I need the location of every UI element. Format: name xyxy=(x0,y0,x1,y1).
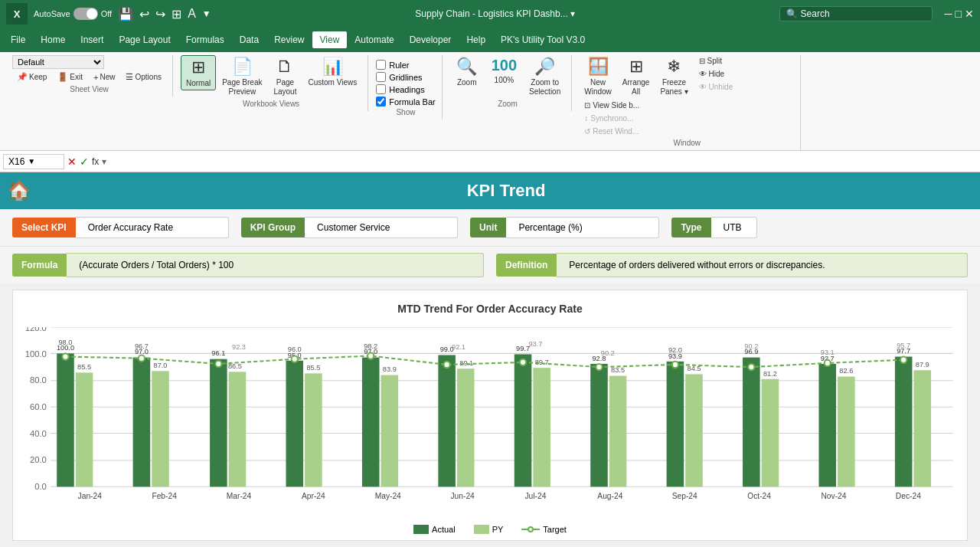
menu-view[interactable]: View xyxy=(312,31,348,48)
type-value[interactable]: UTB xyxy=(711,217,757,238)
options-icon: ☰ xyxy=(126,72,133,82)
formula-box: Formula (Accurate Orders / Total Orders)… xyxy=(12,253,484,277)
grid-icon[interactable]: ⊞ xyxy=(172,7,181,21)
select-kpi-value[interactable]: Order Accuracy Rate xyxy=(76,217,229,238)
ribbon-page-layout-btn[interactable]: 🗋 PageLayout xyxy=(268,55,302,98)
svg-text:83.5: 83.5 xyxy=(611,366,625,374)
legend-py-swatch xyxy=(474,525,489,534)
sheet-view-dropdown[interactable]: Default xyxy=(12,55,104,69)
bar-actual-feb xyxy=(133,358,151,487)
maximize-icon[interactable]: □ xyxy=(956,8,962,20)
ribbon-keep-btn[interactable]: 📌 Keep xyxy=(12,70,51,84)
bar-actual-mar xyxy=(210,359,227,487)
menu-review[interactable]: Review xyxy=(266,31,312,48)
chart-svg: 0.0 20.0 40.0 60.0 80.0 100.0 120.0 xyxy=(19,327,961,519)
menu-file[interactable]: File xyxy=(3,31,33,48)
ribbon-new-window-btn[interactable]: 🪟 NewWindow xyxy=(580,55,616,98)
ruler-checkbox[interactable]: Ruler xyxy=(376,60,436,70)
ribbon-view-side-btn[interactable]: ⊡ View Side b... xyxy=(580,100,644,111)
ribbon-options-btn[interactable]: ☰ Options xyxy=(121,70,165,84)
cell-ref-dropdown[interactable]: ▼ xyxy=(28,157,35,165)
svg-text:95.7: 95.7 xyxy=(897,342,910,349)
autosave-toggle[interactable] xyxy=(74,8,98,20)
ribbon-arrange-all-btn[interactable]: ⊞ ArrangeAll xyxy=(618,55,655,98)
menu-help[interactable]: Help xyxy=(459,31,493,48)
menu-data[interactable]: Data xyxy=(232,31,266,48)
title-dropdown[interactable]: ▾ xyxy=(570,8,575,19)
formula-input[interactable] xyxy=(109,156,977,167)
save-icon[interactable]: 💾 xyxy=(118,7,133,21)
bar-actual-nov xyxy=(818,364,836,486)
ribbon-zoom100-btn[interactable]: 100 100% xyxy=(487,55,521,87)
synchronous-icon: ↕ xyxy=(584,114,588,123)
ribbon-hide-btn[interactable]: 👁 Hide xyxy=(694,68,740,80)
custom-views-icon: 📊 xyxy=(322,57,343,77)
ribbon-custom-views-btn[interactable]: 📊 Custom Views xyxy=(303,55,361,89)
ribbon-page-break-btn[interactable]: 📄 Page BreakPreview xyxy=(217,55,266,98)
svg-text:96.7: 96.7 xyxy=(135,342,149,350)
unit-selector: Unit Percentage (%) xyxy=(470,217,659,238)
svg-text:0.0: 0.0 xyxy=(34,482,47,491)
target-dot-jun xyxy=(444,362,450,368)
menu-developer[interactable]: Developer xyxy=(402,31,459,48)
show-checkboxes: Ruler Gridlines Headings Formula Bar xyxy=(376,55,436,106)
formula-bar-checkbox[interactable]: Formula Bar xyxy=(376,97,436,106)
ribbon-split-btn[interactable]: ⊟ Split xyxy=(694,55,740,67)
menu-page-layout[interactable]: Page Layout xyxy=(111,31,178,48)
svg-text:99.7: 99.7 xyxy=(516,345,530,352)
cell-reference[interactable]: X16 ▼ xyxy=(3,154,64,169)
font-icon[interactable]: A xyxy=(188,7,196,21)
ribbon-reset-wind-btn[interactable]: ↺ Reset Wind... xyxy=(580,126,644,137)
menu-insert[interactable]: Insert xyxy=(73,31,111,48)
formula-confirm-icon[interactable]: ✓ xyxy=(80,156,89,168)
formula-cancel-icon[interactable]: ✕ xyxy=(67,156,77,168)
formula-expand-icon[interactable]: ▾ xyxy=(102,156,106,167)
menu-automate[interactable]: Automate xyxy=(347,31,401,48)
bar-py-jan xyxy=(76,372,93,486)
ribbon-normal-btn[interactable]: ⊞ Normal xyxy=(181,55,216,90)
kpi-group-value[interactable]: Customer Service xyxy=(305,217,458,238)
bar-py-feb xyxy=(152,371,169,486)
svg-text:92.0: 92.0 xyxy=(668,346,682,354)
kpi-group-label: KPI Group xyxy=(241,218,305,237)
menu-pk-utility[interactable]: PK's Utility Tool V3.0 xyxy=(493,31,593,48)
menu-formulas[interactable]: Formulas xyxy=(178,31,232,48)
formula-box-label: Formula xyxy=(12,254,67,277)
gridlines-checkbox[interactable]: Gridlines xyxy=(376,72,436,82)
target-dot-sep xyxy=(672,362,678,368)
ribbon-new-btn[interactable]: + New xyxy=(89,70,119,84)
select-kpi-label: Select KPI xyxy=(12,218,76,237)
search-box[interactable]: 🔍 Search xyxy=(779,6,933,21)
ribbon: Default 📌 Keep 🚪 Exit + New xyxy=(0,52,980,151)
ribbon-freeze-panes-btn[interactable]: ❄ FreezePanes ▾ xyxy=(655,55,692,98)
home-icon[interactable]: 🏠 xyxy=(8,180,31,201)
ribbon-zoom-selection-btn[interactable]: 🔎 Zoom toSelection xyxy=(524,55,565,98)
svg-text:90.2: 90.2 xyxy=(601,349,615,357)
sheet-view-label: Sheet View xyxy=(70,85,108,93)
target-dot-aug xyxy=(596,364,602,370)
formula-insert-icon[interactable]: fx xyxy=(92,156,99,167)
headings-checkbox[interactable]: Headings xyxy=(376,84,436,94)
undo-icon[interactable]: ↩ xyxy=(139,7,149,21)
ribbon-group-window: 🪟 NewWindow ⊞ ArrangeAll ❄ FreezePanes ▾… xyxy=(573,55,801,150)
ribbon-unhide-btn[interactable]: 👁 Unhide xyxy=(694,81,740,93)
ribbon-synchronous-btn[interactable]: ↕ Synchrono... xyxy=(580,113,644,124)
redo-icon[interactable]: ↪ xyxy=(155,7,165,21)
keep-icon: 📌 xyxy=(17,72,28,82)
target-dot-jan xyxy=(62,353,68,359)
dropdown-icon[interactable]: ▼ xyxy=(202,8,211,19)
zoom-label: Zoom xyxy=(498,100,518,108)
ribbon-zoom-btn[interactable]: 🔍 Zoom xyxy=(450,55,484,89)
bar-py-jul xyxy=(533,368,550,486)
target-dot-mar xyxy=(215,361,221,367)
freeze-panes-icon: ❄ xyxy=(667,57,681,77)
bar-actual-sep xyxy=(667,362,684,487)
bar-actual-jun xyxy=(438,355,456,486)
ribbon-exit-btn[interactable]: 🚪 Exit xyxy=(53,70,87,84)
minimize-icon[interactable]: ─ xyxy=(945,8,952,20)
exit-icon: 🚪 xyxy=(57,72,68,82)
menu-home[interactable]: Home xyxy=(33,31,73,48)
kpi-group-selector: KPI Group Customer Service xyxy=(241,217,458,238)
unit-value[interactable]: Percentage (%) xyxy=(506,217,659,238)
close-icon[interactable]: ✕ xyxy=(965,8,974,20)
